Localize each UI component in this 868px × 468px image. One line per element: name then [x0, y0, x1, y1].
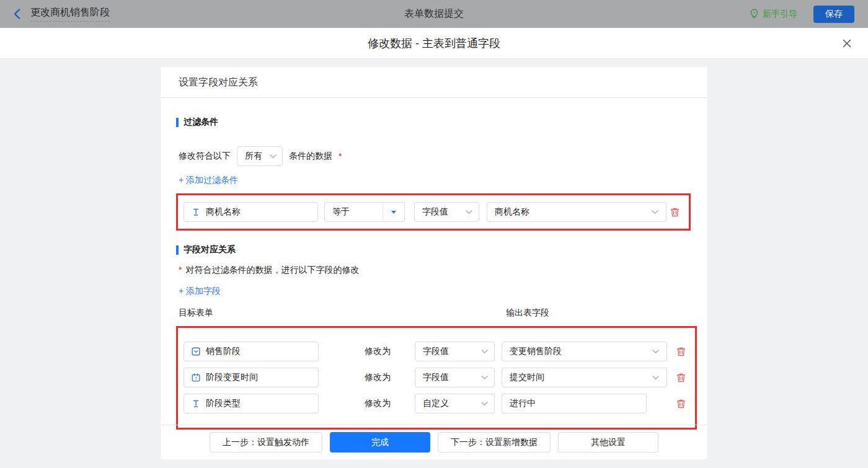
mapping-description: * 对符合过滤条件的数据，进行以下字段的修改 [176, 265, 692, 276]
filter-field-display[interactable]: 商机名称 [184, 202, 318, 222]
mapping-row: 阶段类型 修改为 自定义 [184, 394, 689, 413]
next-step-button[interactable]: 下一步：设置新增数据 [438, 432, 551, 453]
mapping-value: 提交时间 [510, 372, 544, 383]
close-icon [842, 41, 852, 50]
modify-label: 修改为 [365, 398, 399, 409]
filter-field-name: 商机名称 [206, 206, 241, 218]
delete-mapping-button[interactable] [676, 399, 686, 409]
mapping-heading-label: 字段对应关系 [184, 244, 236, 255]
save-button[interactable]: 保存 [813, 6, 854, 23]
condition-sentence: 修改符合以下 所有 条件的数据 * [176, 146, 692, 166]
caret-down-icon [383, 211, 404, 214]
mapping-section-heading: 字段对应关系 [176, 244, 692, 255]
chevron-down-icon [652, 350, 659, 354]
modal-footer: 上一步：设置触发动作 完成 下一步：设置新增数据 其他设置 [161, 425, 707, 459]
card-body: 过滤条件 修改符合以下 所有 条件的数据 * + 添加过滤条件 [161, 117, 707, 430]
filter-section-heading: 过滤条件 [176, 117, 692, 128]
mapping-annotation-box: 销售阶段 修改为 字段值 变更销售阶段 [176, 326, 697, 430]
filter-heading-label: 过滤条件 [184, 117, 218, 128]
sentence-prefix: 修改符合以下 [179, 151, 231, 162]
chevron-down-icon [481, 350, 488, 354]
chevron-down-icon [481, 376, 488, 380]
modify-label: 修改为 [365, 346, 399, 357]
guide-button[interactable]: 新手引导 [750, 9, 797, 20]
mapping-field-name: 阶段类型 [206, 398, 241, 409]
svg-text:7: 7 [195, 376, 197, 381]
close-button[interactable] [842, 38, 852, 48]
modify-label: 修改为 [365, 372, 399, 383]
mapping-field-name: 阶段变更时间 [206, 372, 258, 383]
chevron-down-icon [652, 376, 659, 380]
operator-select[interactable]: 等于 [324, 202, 405, 222]
filter-value-select[interactable]: 商机名称 [487, 202, 666, 222]
topbar: 更改商机销售阶段 表单数据提交 新手引导 保存 [0, 0, 868, 28]
value-type-select[interactable]: 字段值 [415, 342, 495, 361]
value-type-value: 自定义 [423, 398, 449, 409]
trash-icon [676, 402, 686, 411]
date-field-icon: 7 [192, 373, 200, 382]
text-field-icon [192, 208, 200, 216]
filter-annotation-box: 商机名称 等于 字段值 商机名称 [176, 193, 691, 231]
operator-value: 等于 [325, 206, 383, 218]
add-field-link[interactable]: + 添加字段 [176, 286, 221, 297]
delete-mapping-button[interactable] [676, 347, 686, 357]
output-field-label: 输出表字段 [506, 307, 549, 319]
mapping-field-display[interactable]: 7 阶段变更时间 [184, 368, 319, 387]
modal-body: 设置字段对应关系 过滤条件 修改符合以下 所有 条件的数据 * + 添加过滤条件 [0, 59, 868, 468]
trash-icon [670, 210, 680, 219]
settings-card: 设置字段对应关系 过滤条件 修改符合以下 所有 条件的数据 * + 添加过滤条件 [161, 67, 707, 459]
done-button[interactable]: 完成 [330, 432, 430, 453]
required-asterisk: * [339, 151, 342, 161]
section-bar [176, 245, 179, 255]
mapping-row: 销售阶段 修改为 字段值 变更销售阶段 [184, 342, 689, 361]
add-filter-link[interactable]: + 添加过滤条件 [176, 175, 238, 186]
target-form-label: 目标表单 [179, 307, 213, 319]
mapping-value-select[interactable]: 变更销售阶段 [502, 342, 667, 361]
mapping-field-display[interactable]: 阶段类型 [184, 394, 319, 413]
delete-mapping-button[interactable] [676, 373, 686, 383]
mapping-value-select[interactable]: 提交时间 [502, 368, 667, 387]
guide-label: 新手引导 [763, 9, 797, 20]
value-type-value: 字段值 [422, 206, 448, 218]
page-title: 表单数据提交 [404, 7, 464, 20]
value-type-select[interactable]: 字段值 [414, 202, 479, 222]
chevron-down-icon [270, 154, 277, 159]
delete-condition-button[interactable] [670, 207, 680, 218]
mapping-field-display[interactable]: 销售阶段 [184, 342, 319, 361]
card-title: 设置字段对应关系 [161, 67, 707, 98]
filter-value: 商机名称 [495, 206, 529, 218]
custom-value-input[interactable] [502, 394, 647, 413]
modal-title: 修改数据 - 主表到普通字段 [368, 36, 500, 51]
condition-row: 商机名称 等于 字段值 商机名称 [184, 202, 683, 222]
required-asterisk: * [179, 265, 182, 275]
trash-icon [676, 376, 686, 385]
trash-icon [676, 350, 686, 359]
lightbulb-icon [750, 9, 759, 19]
prev-step-button[interactable]: 上一步：设置触发动作 [210, 432, 322, 453]
chevron-left-icon [14, 9, 20, 19]
chevron-down-icon [466, 210, 472, 214]
other-settings-button[interactable]: 其他设置 [558, 432, 658, 453]
select-field-icon [192, 347, 200, 356]
topbar-actions: 新手引导 保存 [750, 6, 854, 23]
column-headers: 目标表单 输出表字段 [176, 307, 692, 319]
chevron-down-icon [652, 210, 658, 214]
sentence-suffix: 条件的数据 [289, 151, 332, 162]
match-mode-value: 所有 [245, 151, 262, 162]
chevron-down-icon [481, 402, 488, 406]
back-button[interactable] [14, 9, 20, 19]
match-mode-select[interactable]: 所有 [237, 146, 283, 166]
mapping-value: 变更销售阶段 [510, 346, 562, 357]
mapping-description-text: 对符合过滤条件的数据，进行以下字段的修改 [185, 265, 359, 276]
mapping-row: 7 阶段变更时间 修改为 字段值 提交时间 [184, 368, 689, 387]
mapping-field-name: 销售阶段 [206, 346, 241, 357]
section-bar [176, 118, 179, 127]
modal-header: 修改数据 - 主表到普通字段 [0, 28, 868, 59]
text-field-icon [192, 399, 200, 408]
workflow-title[interactable]: 更改商机销售阶段 [30, 6, 110, 22]
value-type-select[interactable]: 字段值 [415, 368, 495, 387]
value-type-value: 字段值 [423, 346, 449, 357]
value-type-select[interactable]: 自定义 [415, 394, 495, 413]
value-type-value: 字段值 [423, 372, 449, 383]
